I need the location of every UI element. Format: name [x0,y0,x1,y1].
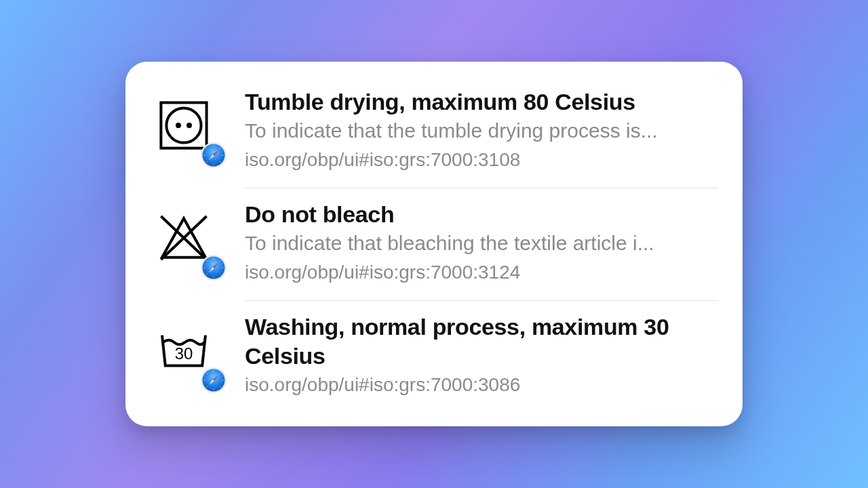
safari-icon [200,254,227,281]
result-url: iso.org/obp/ui#iso:grs:7000:3086 [245,371,718,398]
result-title: Do not bleach [245,200,718,229]
safari-icon [200,142,227,169]
result-thumbnail: 30 [150,317,218,384]
result-row[interactable]: 30 Washing, normal process, maximum 30 C… [150,300,718,413]
result-thumbnail [150,92,218,159]
result-thumbnail [150,204,218,272]
search-results-panel: Tumble drying, maximum 80 Celsius To ind… [125,62,743,427]
result-title: Washing, normal process, maximum 30 Cels… [245,312,718,370]
result-row[interactable]: Tumble drying, maximum 80 Celsius To ind… [150,75,718,188]
result-url: iso.org/obp/ui#iso:grs:7000:3124 [245,259,718,285]
result-row[interactable]: Do not bleach To indicate that bleaching… [150,188,718,300]
svg-point-2 [176,123,181,128]
safari-icon [200,367,227,394]
result-meta: Tumble drying, maximum 80 Celsius To ind… [245,87,718,173]
result-meta: Washing, normal process, maximum 30 Cels… [245,312,718,398]
result-description: To indicate that the tumble drying proce… [245,117,718,145]
svg-point-1 [166,108,201,142]
result-title: Tumble drying, maximum 80 Celsius [245,87,718,117]
svg-point-3 [186,123,192,128]
result-url: iso.org/obp/ui#iso:grs:7000:3108 [245,146,718,173]
result-description: To indicate that bleaching the textile a… [245,230,718,258]
result-meta: Do not bleach To indicate that bleaching… [245,200,718,285]
svg-text:30: 30 [175,344,193,363]
